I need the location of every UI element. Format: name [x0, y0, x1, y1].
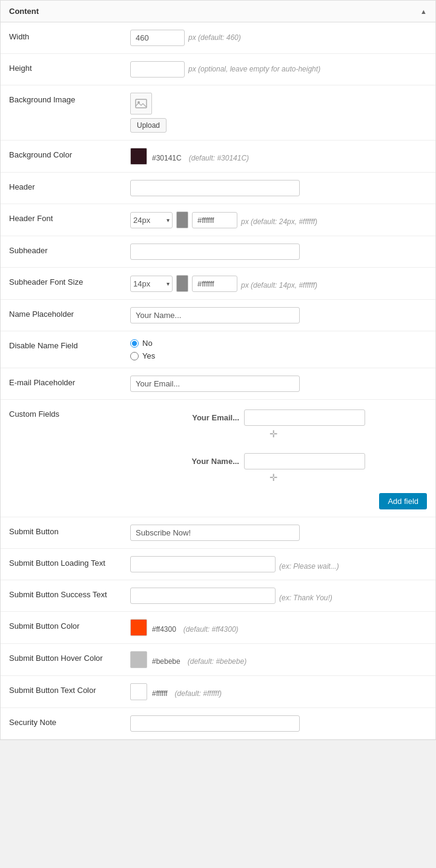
subheader-font-size-content: 14px 12px 16px 18px px (default: 14px, #…	[130, 275, 427, 292]
submit-loading-text-row: Submit Button Loading Text (ex: Please w…	[1, 549, 435, 580]
submit-button-color-row: Submit Button Color #ff4300 (default: #f…	[1, 612, 435, 644]
submit-text-color-value: #ffffff	[152, 686, 168, 698]
background-color-swatch[interactable]	[130, 148, 147, 165]
radio-no[interactable]: No	[130, 339, 155, 348]
background-image-content: Upload	[130, 93, 427, 133]
radio-no-input[interactable]	[130, 339, 139, 348]
custom-fields-row: Custom Fields Your Email... ✛ Your Name.…	[1, 400, 435, 517]
subheader-font-color-input[interactable]	[192, 276, 237, 292]
submit-button-color-swatch[interactable]	[130, 619, 147, 636]
submit-success-text-input[interactable]	[130, 588, 276, 604]
add-field-button[interactable]: Add field	[379, 493, 427, 509]
custom-fields-label: Custom Fields	[9, 407, 130, 419]
header-font-size-wrapper: 24px 18px 20px 28px 32px	[130, 212, 173, 228]
custom-field-email-input[interactable]	[244, 409, 365, 426]
custom-field-email-block: Your Email... ✛	[179, 409, 365, 440]
image-placeholder	[130, 93, 152, 114]
submit-success-text-hint: (ex: Thank You!)	[279, 590, 332, 602]
custom-field-email-move-icon[interactable]: ✛	[269, 428, 277, 440]
header-font-color-input[interactable]	[192, 212, 237, 228]
height-content: px (optional, leave empty for auto-heigh…	[130, 61, 427, 78]
panel-header: Content ▲	[1, 1, 435, 22]
width-input[interactable]	[130, 30, 185, 46]
background-image-row: Background Image Upload	[1, 85, 435, 141]
background-color-label: Background Color	[9, 148, 130, 159]
header-font-size-select[interactable]: 24px 18px 20px 28px 32px	[130, 212, 173, 228]
submit-text-color-label: Submit Button Text Color	[9, 683, 130, 695]
background-color-hint: (default: #30141C)	[189, 150, 249, 162]
upload-button[interactable]: Upload	[130, 118, 167, 133]
security-note-label: Security Note	[9, 715, 130, 727]
background-color-row: Background Color #30141C (default: #3014…	[1, 141, 435, 173]
disable-name-field-label: Disable Name Field	[9, 339, 130, 350]
background-color-value: #30141C	[152, 150, 182, 162]
radio-yes[interactable]: Yes	[130, 351, 155, 360]
width-row: Width px (default: 460)	[1, 22, 435, 54]
submit-text-color-swatch[interactable]	[130, 683, 147, 700]
submit-button-color-content: #ff4300 (default: #ff4300)	[130, 619, 427, 636]
submit-loading-text-input[interactable]	[130, 556, 276, 572]
custom-field-name-input[interactable]	[244, 453, 365, 469]
submit-hover-color-hint: (default: #bebebe)	[188, 654, 246, 666]
submit-button-row: Submit Button	[1, 517, 435, 549]
header-input[interactable]	[130, 180, 300, 196]
submit-success-text-label: Submit Button Success Text	[9, 588, 130, 599]
submit-hover-color-row: Submit Button Hover Color #bebebe (defau…	[1, 644, 435, 676]
submit-loading-text-hint: (ex: Please wait...)	[279, 558, 339, 571]
panel-title: Content	[9, 7, 39, 16]
header-row: Header	[1, 173, 435, 204]
header-label: Header	[9, 180, 130, 191]
subheader-font-size-select[interactable]: 14px 12px 16px 18px	[130, 276, 173, 292]
submit-success-text-content: (ex: Thank You!)	[130, 588, 427, 604]
subheader-input[interactable]	[130, 244, 300, 260]
subheader-row: Subheader	[1, 236, 435, 268]
submit-button-content	[130, 525, 427, 541]
collapse-icon[interactable]: ▲	[420, 8, 427, 15]
content-panel: Content ▲ Width px (default: 460) Height…	[0, 0, 436, 740]
custom-field-email-row: Your Email...	[179, 409, 365, 426]
submit-text-color-row: Submit Button Text Color #ffffff (defaul…	[1, 676, 435, 708]
subheader-font-size-wrapper: 14px 12px 16px 18px	[130, 276, 173, 292]
submit-hover-color-label: Submit Button Hover Color	[9, 651, 130, 663]
height-hint: px (optional, leave empty for auto-heigh…	[188, 61, 320, 73]
header-content	[130, 180, 427, 196]
email-placeholder-label: E-mail Placeholder	[9, 376, 130, 387]
radio-yes-input[interactable]	[130, 352, 139, 360]
email-placeholder-input[interactable]	[130, 376, 300, 392]
name-placeholder-content	[130, 307, 427, 323]
disable-name-field-content: No Yes	[130, 339, 427, 360]
submit-button-input[interactable]	[130, 525, 300, 541]
width-hint: px (default: 460)	[188, 30, 241, 42]
subheader-font-color-btn[interactable]	[176, 275, 188, 292]
submit-loading-text-label: Submit Button Loading Text	[9, 556, 130, 568]
submit-button-label: Submit Button	[9, 525, 130, 536]
background-color-content: #30141C (default: #30141C)	[130, 148, 427, 165]
header-font-row: Header Font 24px 18px 20px 28px 32px px …	[1, 204, 435, 236]
custom-field-name-label: Your Name...	[179, 457, 239, 466]
header-font-label: Header Font	[9, 211, 130, 223]
name-placeholder-input[interactable]	[130, 307, 300, 323]
header-font-color-btn[interactable]	[176, 211, 188, 228]
custom-field-name-move-icon[interactable]: ✛	[269, 472, 277, 483]
custom-field-name-row: Your Name...	[179, 453, 365, 469]
name-placeholder-row: Name Placeholder	[1, 300, 435, 331]
subheader-label: Subheader	[9, 244, 130, 255]
svg-rect-0	[136, 99, 147, 108]
header-font-hint: px (default: 24px, #ffffff)	[241, 214, 317, 226]
subheader-font-size-label: Subheader Font Size	[9, 275, 130, 287]
height-label: Height	[9, 61, 130, 73]
submit-success-text-row: Submit Button Success Text (ex: Thank Yo…	[1, 580, 435, 612]
radio-yes-label: Yes	[142, 351, 155, 360]
submit-hover-color-content: #bebebe (default: #bebebe)	[130, 651, 427, 668]
header-font-content: 24px 18px 20px 28px 32px px (default: 24…	[130, 211, 427, 228]
height-input[interactable]	[130, 61, 185, 78]
submit-hover-color-swatch[interactable]	[130, 651, 147, 668]
submit-text-color-content: #ffffff (default: #ffffff)	[130, 683, 427, 700]
security-note-input[interactable]	[130, 715, 300, 732]
name-placeholder-label: Name Placeholder	[9, 307, 130, 319]
background-image-label: Background Image	[9, 93, 130, 104]
subheader-font-size-row: Subheader Font Size 14px 12px 16px 18px …	[1, 268, 435, 300]
security-note-content	[130, 715, 427, 732]
width-content: px (default: 460)	[130, 30, 427, 46]
submit-hover-color-value: #bebebe	[152, 654, 180, 666]
